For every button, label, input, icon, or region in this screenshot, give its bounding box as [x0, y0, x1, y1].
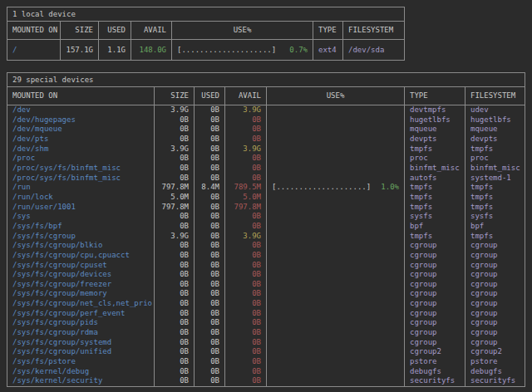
device-row: /dev3.9G0B3.9Gdevtmpfsudev [7, 105, 525, 115]
device-row: /run/lock5.0M0B5.0Mtmpfstmpfs [7, 193, 525, 203]
size-cell: 5.0M [155, 193, 195, 203]
size-cell: 0B [155, 241, 195, 251]
filesystem-cell: cgroup [466, 289, 525, 299]
filesystem-cell: tmpfs [466, 232, 525, 242]
mounted-on-cell: /sys/fs/pstore [7, 357, 155, 367]
mounted-on-cell: /sys [7, 212, 155, 222]
filesystem-cell: cgroup [466, 328, 525, 338]
used-cell: 0B [195, 289, 225, 299]
used-cell: 8.4M [195, 183, 225, 193]
device-row: /sys/fs/cgroup/devices0B0B0Bcgroupcgroup [7, 270, 525, 280]
filesystem-cell: tmpfs [466, 203, 525, 213]
mounted-on-cell: /sys/fs/cgroup/systemd [7, 338, 155, 348]
device-row: /sys/kernel/debug0B0B0Bdebugfsdebugfs [7, 367, 525, 377]
use-cell [267, 367, 405, 377]
type-cell: devpts [405, 135, 466, 145]
use-cell: [....................]1.0% [267, 183, 405, 193]
filesystem-cell: sysfs [466, 212, 525, 222]
mounted-on-cell: /proc [7, 154, 155, 164]
size-cell: 3.9G [155, 105, 195, 115]
device-row: /sys/fs/pstore0B0B0Bpstorepstore [7, 357, 525, 367]
size-cell: 0B [155, 212, 195, 222]
filesystem-cell: cgroup [466, 270, 525, 280]
used-cell: 0B [195, 115, 225, 125]
mounted-on-cell: /dev [7, 105, 155, 115]
device-row: /sys0B0B0Bsysfssysfs [7, 212, 525, 222]
avail-cell: 0B [225, 164, 267, 174]
table-title: 1 local device [7, 7, 404, 22]
use-cell [267, 135, 405, 145]
type-cell: pstore [405, 357, 466, 367]
mounted-on-cell: /sys/fs/cgroup [7, 232, 155, 242]
type-cell: hugetlbfs [405, 115, 466, 125]
usage-bar: [....................] [177, 40, 276, 60]
table-body: /dev3.9G0B3.9Gdevtmpfsudev/dev/hugepages… [7, 105, 525, 386]
avail-cell: 0B [225, 241, 267, 251]
avail-cell: 0B [225, 357, 267, 367]
device-row: /sys/fs/cgroup/freezer0B0B0Bcgroupcgroup [7, 280, 525, 290]
filesystem-cell: pstore [466, 357, 525, 367]
used-cell: 0B [195, 280, 225, 290]
type-cell: securityfs [405, 376, 466, 386]
use-cell [267, 174, 405, 184]
type-cell: cgroup [405, 299, 466, 309]
used-cell: 1.1G [99, 40, 131, 60]
used-cell: 0B [195, 241, 225, 251]
use-cell [267, 261, 405, 271]
filesystem-cell: cgroup2 [466, 347, 525, 357]
avail-cell: 0B [225, 135, 267, 145]
size-cell: 3.9G [155, 232, 195, 242]
header-row: MOUNTED ONSIZEUSEDAVAILUSE%TYPEFILESYSTE… [7, 22, 404, 40]
use-cell [267, 241, 405, 251]
device-row: /dev/pts0B0B0Bdevptsdevpts [7, 135, 525, 145]
used-cell: 0B [195, 212, 225, 222]
used-cell: 0B [195, 270, 225, 280]
used-cell: 0B [195, 347, 225, 357]
avail-cell: 3.9G [225, 145, 267, 154]
avail-cell: 0B [225, 376, 267, 386]
column-header: AVAIL [131, 22, 172, 39]
size-cell: 0B [155, 115, 195, 125]
column-header: FILESYSTEM [343, 22, 404, 39]
use-cell [267, 145, 405, 154]
use-cell [267, 115, 405, 125]
used-cell: 0B [195, 328, 225, 338]
mounted-on-cell: /sys/kernel/debug [7, 367, 155, 377]
size-cell: 797.8M [155, 203, 195, 213]
avail-cell: 0B [225, 289, 267, 299]
used-cell: 0B [195, 154, 225, 164]
avail-cell: 0B [225, 222, 267, 232]
filesystem-cell: cgroup [466, 338, 525, 348]
filesystem-cell: tmpfs [466, 145, 525, 154]
device-row: /157.1G1.1G148.0G[....................]0… [7, 40, 404, 60]
size-cell: 0B [155, 154, 195, 164]
size-cell: 0B [155, 299, 195, 309]
column-header: TYPE [405, 87, 466, 105]
avail-cell: 0B [225, 338, 267, 348]
use-cell [267, 318, 405, 328]
device-row: /sys/fs/cgroup/perf_event0B0B0Bcgroupcgr… [7, 309, 525, 319]
column-header: FILESYSTEM [466, 87, 525, 105]
size-cell: 0B [155, 318, 195, 328]
mounted-on-cell: /proc/sys/fs/binfmt_misc [7, 174, 155, 184]
avail-cell: 797.8M [225, 203, 267, 213]
used-cell: 0B [195, 174, 225, 184]
type-cell: mqueue [405, 125, 466, 135]
use-cell [267, 105, 405, 115]
device-row: /sys/fs/cgroup/blkio0B0B0Bcgroupcgroup [7, 241, 525, 251]
filesystem-cell: cgroup [466, 280, 525, 290]
used-cell: 0B [195, 125, 225, 135]
filesystem-cell: cgroup [466, 261, 525, 271]
filesystem-cell: cgroup [466, 241, 525, 251]
mounted-on-cell: /dev/mqueue [7, 125, 155, 135]
avail-cell: 148.0G [131, 40, 172, 60]
column-header: SIZE [61, 22, 99, 39]
column-header: MOUNTED ON [7, 22, 61, 39]
device-row: /proc/sys/fs/binfmt_misc0B0B0Bautofssyst… [7, 174, 525, 184]
used-cell: 0B [195, 135, 225, 145]
used-cell: 0B [195, 145, 225, 154]
used-cell: 0B [195, 309, 225, 319]
use-cell [267, 212, 405, 222]
use-cell [267, 328, 405, 338]
column-header: USE% [267, 87, 405, 105]
